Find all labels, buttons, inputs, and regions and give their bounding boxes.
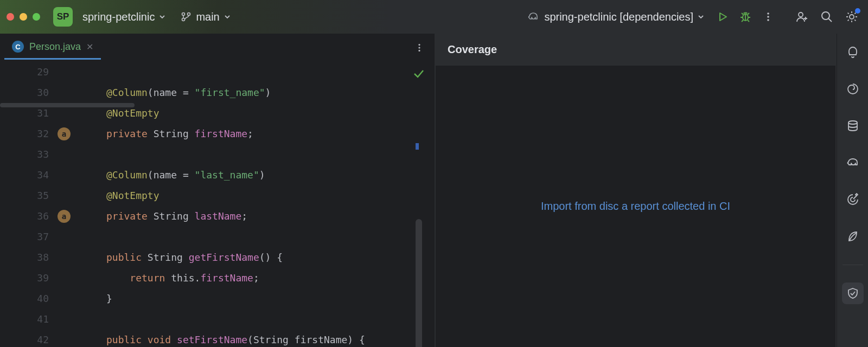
database-button[interactable] — [842, 115, 864, 137]
run-button[interactable] — [713, 7, 732, 27]
bell-icon — [846, 46, 859, 59]
code-with-me-button[interactable] — [792, 7, 812, 27]
svg-point-11 — [418, 47, 420, 48]
minimize-window-icon[interactable] — [20, 13, 27, 21]
settings-notification-dot — [855, 8, 860, 14]
gradle-button[interactable] — [842, 152, 864, 174]
line-number: 30 — [0, 82, 80, 103]
search-button[interactable] — [817, 7, 837, 27]
run-config-selector[interactable]: spring-petclinic [dependencies] — [521, 7, 710, 27]
line-number: 41 — [0, 309, 80, 330]
line-number: 29 — [0, 62, 80, 82]
svg-point-7 — [799, 12, 803, 17]
shield-icon — [846, 287, 859, 300]
maximize-window-icon[interactable] — [33, 13, 40, 21]
spring-button[interactable] — [842, 226, 864, 247]
spiral-icon — [846, 82, 860, 96]
right-tool-rail — [837, 34, 868, 347]
svg-point-8 — [822, 12, 829, 20]
line-gutter: 29 30 31 32a 33 34 35 36a 37 38 39 40 41… — [0, 62, 80, 347]
more-actions-button[interactable] — [758, 7, 778, 27]
run-config-group: spring-petclinic [dependencies] — [521, 7, 778, 27]
code-area[interactable]: @Column(name = "first_name") @NotEmpty p… — [80, 62, 434, 347]
close-window-icon[interactable] — [7, 13, 14, 21]
import-coverage-link[interactable]: Import from disc a report collected in C… — [541, 200, 730, 213]
line-number: 31 — [0, 103, 80, 124]
target-icon — [846, 192, 860, 207]
tab-file-label: Person.java — [29, 41, 81, 53]
chevron-down-icon — [224, 14, 231, 20]
branch-name-label: main — [196, 11, 219, 23]
elephant-icon — [527, 10, 540, 23]
search-icon — [820, 10, 833, 23]
svg-point-12 — [418, 49, 420, 51]
chevron-down-icon — [159, 14, 165, 20]
line-number: 35 — [0, 185, 80, 206]
project-selector[interactable]: spring-petclinic — [77, 8, 171, 27]
window-controls — [7, 13, 40, 21]
vertical-scrollbar[interactable] — [416, 219, 422, 347]
svg-point-2 — [182, 18, 185, 21]
editor-tab-bar: C Person.java ✕ — [0, 34, 434, 62]
ai-assistant-button[interactable] — [842, 78, 864, 100]
line-number: 34 — [0, 165, 80, 185]
content-area: C Person.java ✕ 29 30 31 32a 33 34 35 — [0, 34, 868, 347]
run-config-label: spring-petclinic [dependencies] — [544, 11, 693, 23]
elephant-icon — [846, 156, 860, 170]
database-icon — [846, 119, 859, 132]
project-name-label: spring-petclinic — [82, 11, 155, 23]
editor-body[interactable]: 29 30 31 32a 33 34 35 36a 37 38 39 40 41… — [0, 62, 434, 347]
chevron-down-icon — [698, 14, 704, 20]
top-toolbar: SP spring-petclinic main spring-petclini… — [0, 0, 868, 34]
checkmark-icon — [412, 67, 425, 80]
coverage-button[interactable] — [842, 282, 864, 304]
line-number: 33 — [0, 144, 80, 165]
coverage-title: Coverage — [435, 34, 837, 66]
play-icon — [717, 11, 729, 23]
project-badge: SP — [53, 7, 73, 27]
line-number: 36a — [0, 206, 80, 227]
bug-icon — [739, 10, 752, 23]
notifications-button[interactable] — [842, 41, 864, 63]
line-number: 32a — [0, 124, 80, 144]
leaf-icon — [846, 229, 860, 243]
close-tab-button[interactable]: ✕ — [86, 42, 93, 52]
editor-tab-person-java[interactable]: C Person.java ✕ — [4, 35, 101, 60]
coverage-main: Coverage Import from disc a report colle… — [435, 34, 837, 347]
coverage-panel: Coverage Import from disc a report colle… — [434, 34, 868, 347]
svg-point-4 — [767, 12, 769, 15]
tab-more-button[interactable] — [409, 40, 430, 56]
line-number: 39 — [0, 268, 80, 288]
more-vertical-icon — [763, 11, 774, 22]
svg-point-9 — [850, 15, 854, 19]
coverage-body: Import from disc a report collected in C… — [436, 66, 835, 347]
settings-button[interactable] — [842, 7, 861, 27]
line-number: 40 — [0, 288, 80, 309]
gutter-mark-icon[interactable]: a — [58, 127, 71, 140]
toolbar-right-group — [792, 7, 861, 27]
scrollbar-marker — [416, 143, 419, 150]
more-vertical-icon — [414, 43, 424, 53]
dependencies-button[interactable] — [842, 189, 864, 210]
svg-point-1 — [188, 13, 190, 16]
svg-point-6 — [767, 19, 769, 21]
editor-pane: C Person.java ✕ 29 30 31 32a 33 34 35 — [0, 34, 434, 347]
svg-point-10 — [418, 43, 420, 45]
line-number: 42 — [0, 330, 80, 347]
svg-point-0 — [182, 13, 185, 16]
add-user-icon — [795, 10, 809, 24]
rail-separator — [843, 265, 863, 265]
class-file-icon: C — [12, 41, 24, 53]
svg-point-13 — [848, 121, 857, 124]
line-number: 38 — [0, 247, 80, 268]
gutter-mark-icon[interactable]: a — [58, 210, 71, 223]
branch-selector[interactable]: main — [175, 8, 235, 27]
branch-icon — [181, 11, 192, 22]
line-number: 37 — [0, 227, 80, 247]
debug-button[interactable] — [736, 7, 755, 27]
svg-point-5 — [767, 16, 769, 18]
inspection-status[interactable] — [412, 67, 425, 80]
